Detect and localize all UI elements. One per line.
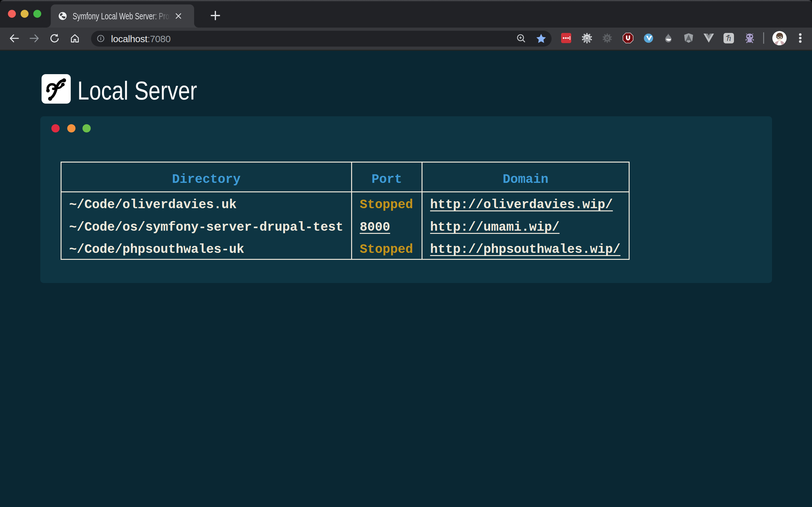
svg-text:h: h — [727, 33, 731, 43]
